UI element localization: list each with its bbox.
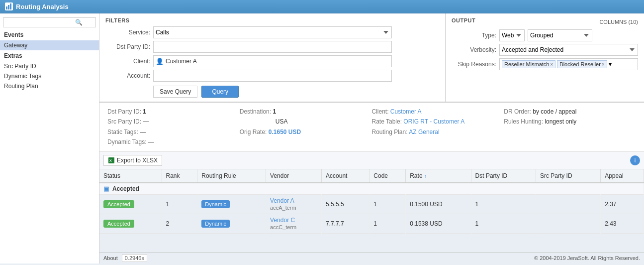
- cell-dst-party-1: 1: [471, 194, 536, 214]
- sidebar-item-src-party-id[interactable]: Src Party ID: [0, 61, 99, 71]
- service-select[interactable]: Calls: [153, 26, 392, 38]
- sidebar-item-gateway[interactable]: Gateway: [0, 40, 99, 50]
- skip-tag-reseller-mismatch: Reseller Mismatch ×: [502, 60, 555, 68]
- col-header-dst-party: Dst Party ID: [471, 169, 536, 183]
- cell-appeal-2: 2.43: [601, 214, 644, 233]
- toolbar: X Export to XLSX i: [99, 152, 644, 169]
- remove-blocked-reseller-button[interactable]: ×: [602, 62, 605, 67]
- group-collapse-icon[interactable]: ▣: [103, 185, 109, 192]
- col-header-rank: Rank: [162, 169, 197, 183]
- service-label: Service:: [105, 29, 150, 36]
- client-info: Client: Customer A: [372, 107, 504, 117]
- svg-text:X: X: [109, 159, 112, 162]
- status-time: 0.2946s: [122, 254, 147, 262]
- cell-status-2: Accepted: [99, 214, 162, 233]
- routing-plan-info: Routing Plan: AZ General: [372, 127, 504, 137]
- cell-rank-1: 1: [162, 194, 197, 214]
- cell-routing-rule-1: Dynamic: [197, 194, 266, 214]
- skip-label: Skip Reasons:: [452, 61, 496, 68]
- table-row: Accepted 2 Dynamic Vendor C accC_term 7.…: [99, 214, 644, 233]
- type-select[interactable]: Web: [499, 29, 525, 41]
- filter-row-service: Service: Calls: [105, 26, 439, 38]
- svg-rect-0: [6, 6, 7, 9]
- excel-icon: X: [108, 157, 115, 164]
- info-col-3: Client: Customer A Rate Table: ORIG RT -…: [372, 107, 504, 147]
- grouped-select[interactable]: Grouped: [528, 29, 592, 41]
- info-bar: Dst Party ID: 1 Src Party ID: — Static T…: [99, 103, 644, 152]
- dst-party-info: Dst Party ID: 1: [107, 107, 240, 117]
- app-title: Routing Analysis: [16, 3, 69, 10]
- verbosity-select[interactable]: Accepted and Rejected: [499, 44, 638, 56]
- query-button[interactable]: Query: [201, 86, 239, 98]
- info-col-2: Destination: 1 USA Orig Rate: 0.1650 USD: [240, 107, 372, 147]
- dynamic-tags-info: Dynamic Tags: —: [107, 137, 240, 147]
- cell-routing-rule-2: Dynamic: [197, 214, 266, 233]
- client-value: Customer A: [166, 58, 197, 65]
- cell-status-1: Accepted: [99, 194, 162, 214]
- cell-rank-2: 2: [162, 214, 197, 233]
- svg-rect-1: [8, 5, 9, 9]
- dst-party-input[interactable]: 1: [153, 41, 392, 53]
- search-icon: 🔍: [75, 19, 83, 26]
- rate-table-info: Rate Table: ORIG RT - Customer A: [372, 117, 504, 127]
- client-label: Client:: [105, 58, 150, 65]
- static-tags-info: Static Tags: —: [107, 127, 240, 137]
- output-header: OUTPUT COLUMNS (10): [452, 17, 638, 26]
- src-party-info: Src Party ID: —: [107, 117, 240, 127]
- filter-row-account: Account:: [105, 70, 439, 82]
- columns-label: COLUMNS (10): [599, 19, 638, 25]
- type-label: Type:: [452, 32, 496, 39]
- rules-hunting-info: Rules Hunting: longest only: [504, 117, 636, 127]
- filter-buttons: Save Query Query: [105, 86, 439, 98]
- filter-row-dst-party: Dst Party ID: 1: [105, 41, 439, 53]
- destination-info: Destination: 1: [240, 107, 372, 117]
- cell-vendor-1: Vendor A accA_term: [266, 194, 322, 214]
- orig-rate-info: Orig Rate: 0.1650 USD: [240, 127, 372, 137]
- output-title: OUTPUT: [452, 17, 475, 23]
- col-header-routing-rule: Routing Rule: [197, 169, 266, 183]
- copyright: © 2004-2019 JeraSoft. All Rights Reserve…: [534, 255, 640, 261]
- cell-src-party-1: [536, 194, 600, 214]
- col-header-account: Account: [322, 169, 369, 183]
- table-header-row: Status Rank Routing Rule Vendor Account …: [99, 169, 644, 183]
- filter-row-client: Client: 👤 Customer A: [105, 55, 439, 67]
- cell-rate-1: 0.1500 USD: [406, 194, 471, 214]
- skip-dropdown-button[interactable]: ▾: [609, 61, 612, 68]
- about-link[interactable]: About: [103, 255, 118, 261]
- table-wrap: Status Rank Routing Rule Vendor Account …: [99, 169, 644, 252]
- account-input[interactable]: [153, 70, 392, 82]
- client-input-wrap[interactable]: 👤 Customer A: [153, 55, 392, 67]
- export-button[interactable]: X Export to XLSX: [103, 155, 162, 166]
- col-header-src-party: Src Party ID: [536, 169, 600, 183]
- cell-code-1: 1: [369, 194, 406, 214]
- top-area: FILTERS Service: Calls Dst Party ID: 1 C…: [99, 13, 644, 103]
- remove-reseller-mismatch-button[interactable]: ×: [550, 62, 553, 67]
- info-button[interactable]: i: [630, 155, 640, 165]
- output-row-verbosity: Verbosity: Accepted and Rejected: [452, 44, 638, 56]
- user-icon: 👤: [156, 58, 164, 65]
- cell-rate-2: 0.1538 USD: [406, 214, 471, 233]
- cell-code-2: 1: [369, 214, 406, 233]
- sidebar-group-events: Events: [0, 29, 99, 40]
- col-header-status: Status: [99, 169, 162, 183]
- sidebar-item-dynamic-tags[interactable]: Dynamic Tags: [0, 71, 99, 81]
- sidebar-search-input[interactable]: [5, 19, 75, 26]
- sidebar-item-routing-plan[interactable]: Routing Plan: [0, 81, 99, 91]
- output-box: OUTPUT COLUMNS (10) Type: Web Grouped: [445, 13, 644, 102]
- sidebar-group-extras: Extras: [0, 50, 99, 61]
- cell-src-party-2: [536, 214, 600, 233]
- cell-account-1: 5.5.5.5: [322, 194, 369, 214]
- cell-vendor-2: Vendor C accC_term: [266, 214, 322, 233]
- app-icon: [5, 2, 13, 10]
- table-row: Accepted 1 Dynamic Vendor A accA_term 5.…: [99, 194, 644, 214]
- title-bar: Routing Analysis: [0, 0, 644, 13]
- status-bar: About 0.2946s © 2004-2019 JeraSoft. All …: [99, 252, 644, 264]
- col-header-rate[interactable]: Rate ↑: [406, 169, 471, 183]
- info-col-4: DR Order: by code / appeal Rules Hunting…: [504, 107, 636, 147]
- destination-sub-info: USA: [240, 117, 372, 127]
- skip-reasons-wrap[interactable]: Reseller Mismatch × Blocked Reseller × ▾: [499, 58, 638, 70]
- save-query-button[interactable]: Save Query: [153, 86, 197, 98]
- filters-box: FILTERS Service: Calls Dst Party ID: 1 C…: [99, 13, 445, 102]
- sidebar-search-box[interactable]: 🔍: [3, 17, 96, 27]
- cell-dst-party-2: 1: [471, 214, 536, 233]
